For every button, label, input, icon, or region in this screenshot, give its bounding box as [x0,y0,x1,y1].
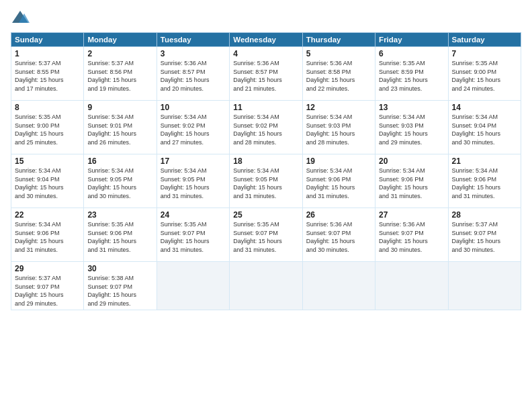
day-number: 16 [87,156,152,166]
day-info: Sunrise: 5:35 AM Sunset: 9:00 PM Dayligh… [452,59,517,93]
week-row-5: 29Sunrise: 5:37 AM Sunset: 9:07 PM Dayli… [11,262,521,310]
week-row-2: 8Sunrise: 5:35 AM Sunset: 9:00 PM Daylig… [11,101,521,154]
day-number: 28 [452,210,517,220]
logo-icon [11,8,30,27]
day-info: Sunrise: 5:36 AM Sunset: 9:07 PM Dayligh… [379,220,444,254]
calendar-cell: 11Sunrise: 5:34 AM Sunset: 9:02 PM Dayli… [230,101,302,154]
calendar-cell: 20Sunrise: 5:34 AM Sunset: 9:06 PM Dayli… [375,154,448,208]
day-info: Sunrise: 5:35 AM Sunset: 8:59 PM Dayligh… [379,59,444,93]
day-info: Sunrise: 5:38 AM Sunset: 9:07 PM Dayligh… [87,274,152,308]
day-info: Sunrise: 5:34 AM Sunset: 9:02 PM Dayligh… [233,113,298,146]
day-number: 17 [161,156,226,166]
calendar-cell: 30Sunrise: 5:38 AM Sunset: 9:07 PM Dayli… [84,262,157,310]
calendar-cell: 21Sunrise: 5:34 AM Sunset: 9:06 PM Dayli… [448,154,521,208]
calendar-cell: 19Sunrise: 5:34 AM Sunset: 9:06 PM Dayli… [302,154,375,208]
calendar-cell: 17Sunrise: 5:34 AM Sunset: 9:05 PM Dayli… [157,154,229,208]
day-info: Sunrise: 5:37 AM Sunset: 8:55 PM Dayligh… [15,59,80,93]
day-info: Sunrise: 5:37 AM Sunset: 8:56 PM Dayligh… [87,59,152,93]
day-number: 21 [452,156,517,166]
col-header-saturday: Saturday [448,33,521,47]
calendar-cell: 10Sunrise: 5:34 AM Sunset: 9:02 PM Dayli… [157,101,229,154]
day-number: 12 [306,103,371,112]
col-header-wednesday: Wednesday [230,33,302,47]
day-number: 8 [15,103,80,112]
day-number: 11 [233,103,298,112]
day-info: Sunrise: 5:37 AM Sunset: 9:07 PM Dayligh… [452,220,517,254]
day-number: 27 [379,210,444,220]
col-header-tuesday: Tuesday [157,33,229,47]
day-info: Sunrise: 5:34 AM Sunset: 9:06 PM Dayligh… [306,167,371,200]
day-info: Sunrise: 5:34 AM Sunset: 9:02 PM Dayligh… [161,113,226,146]
day-info: Sunrise: 5:35 AM Sunset: 9:00 PM Dayligh… [15,113,80,146]
day-number: 9 [87,103,152,112]
calendar-cell: 22Sunrise: 5:34 AM Sunset: 9:06 PM Dayli… [11,208,84,262]
calendar-cell: 29Sunrise: 5:37 AM Sunset: 9:07 PM Dayli… [11,262,84,310]
day-number: 19 [306,156,371,166]
day-number: 6 [379,49,444,58]
calendar-cell: 1Sunrise: 5:37 AM Sunset: 8:55 PM Daylig… [11,47,84,101]
col-header-sunday: Sunday [11,33,84,47]
day-info: Sunrise: 5:35 AM Sunset: 9:06 PM Dayligh… [87,220,152,254]
calendar-cell [157,262,229,310]
day-number: 20 [379,156,444,166]
calendar-cell [448,262,521,310]
day-info: Sunrise: 5:34 AM Sunset: 9:03 PM Dayligh… [379,113,444,146]
calendar-cell: 15Sunrise: 5:34 AM Sunset: 9:04 PM Dayli… [11,154,84,208]
day-info: Sunrise: 5:34 AM Sunset: 9:04 PM Dayligh… [15,167,80,200]
col-header-thursday: Thursday [302,33,375,47]
calendar-cell: 6Sunrise: 5:35 AM Sunset: 8:59 PM Daylig… [375,47,448,101]
day-number: 3 [161,49,226,58]
page: SundayMondayTuesdayWednesdayThursdayFrid… [0,0,532,411]
day-number: 15 [15,156,80,166]
day-number: 4 [233,49,298,58]
day-info: Sunrise: 5:34 AM Sunset: 9:01 PM Dayligh… [87,113,152,146]
day-number: 14 [452,103,517,112]
day-number: 13 [379,103,444,112]
calendar-cell [375,262,448,310]
calendar-cell: 27Sunrise: 5:36 AM Sunset: 9:07 PM Dayli… [375,208,448,262]
day-number: 1 [15,49,80,58]
calendar-cell: 26Sunrise: 5:36 AM Sunset: 9:07 PM Dayli… [302,208,375,262]
calendar-cell: 14Sunrise: 5:34 AM Sunset: 9:04 PM Dayli… [448,101,521,154]
day-number: 7 [452,49,517,58]
calendar-cell: 28Sunrise: 5:37 AM Sunset: 9:07 PM Dayli… [448,208,521,262]
day-info: Sunrise: 5:36 AM Sunset: 9:07 PM Dayligh… [306,220,371,254]
week-row-1: 1Sunrise: 5:37 AM Sunset: 8:55 PM Daylig… [11,47,521,101]
calendar-cell: 4Sunrise: 5:36 AM Sunset: 8:57 PM Daylig… [230,47,302,101]
day-info: Sunrise: 5:34 AM Sunset: 9:06 PM Dayligh… [379,167,444,200]
calendar-cell: 16Sunrise: 5:34 AM Sunset: 9:05 PM Dayli… [84,154,157,208]
day-info: Sunrise: 5:34 AM Sunset: 9:03 PM Dayligh… [306,113,371,146]
calendar-cell: 18Sunrise: 5:34 AM Sunset: 9:05 PM Dayli… [230,154,302,208]
calendar-cell: 3Sunrise: 5:36 AM Sunset: 8:57 PM Daylig… [157,47,229,101]
day-info: Sunrise: 5:34 AM Sunset: 9:05 PM Dayligh… [161,167,226,200]
day-number: 22 [15,210,80,220]
logo [11,8,32,27]
day-number: 18 [233,156,298,166]
calendar-cell: 5Sunrise: 5:36 AM Sunset: 8:58 PM Daylig… [302,47,375,101]
calendar-cell: 13Sunrise: 5:34 AM Sunset: 9:03 PM Dayli… [375,101,448,154]
day-number: 24 [161,210,226,220]
day-info: Sunrise: 5:36 AM Sunset: 8:58 PM Dayligh… [306,59,371,93]
header-row: SundayMondayTuesdayWednesdayThursdayFrid… [11,33,521,47]
header [11,8,521,27]
day-info: Sunrise: 5:34 AM Sunset: 9:05 PM Dayligh… [233,167,298,200]
week-row-3: 15Sunrise: 5:34 AM Sunset: 9:04 PM Dayli… [11,154,521,208]
day-number: 25 [233,210,298,220]
day-info: Sunrise: 5:34 AM Sunset: 9:06 PM Dayligh… [15,220,80,254]
calendar-cell: 8Sunrise: 5:35 AM Sunset: 9:00 PM Daylig… [11,101,84,154]
calendar-cell: 9Sunrise: 5:34 AM Sunset: 9:01 PM Daylig… [84,101,157,154]
day-info: Sunrise: 5:34 AM Sunset: 9:05 PM Dayligh… [87,167,152,200]
calendar-cell: 23Sunrise: 5:35 AM Sunset: 9:06 PM Dayli… [84,208,157,262]
week-row-4: 22Sunrise: 5:34 AM Sunset: 9:06 PM Dayli… [11,208,521,262]
calendar-cell: 2Sunrise: 5:37 AM Sunset: 8:56 PM Daylig… [84,47,157,101]
calendar-cell: 12Sunrise: 5:34 AM Sunset: 9:03 PM Dayli… [302,101,375,154]
calendar-table: SundayMondayTuesdayWednesdayThursdayFrid… [11,32,521,310]
day-info: Sunrise: 5:34 AM Sunset: 9:04 PM Dayligh… [452,113,517,146]
day-info: Sunrise: 5:36 AM Sunset: 8:57 PM Dayligh… [161,59,226,93]
day-info: Sunrise: 5:35 AM Sunset: 9:07 PM Dayligh… [161,220,226,254]
day-number: 10 [161,103,226,112]
day-info: Sunrise: 5:35 AM Sunset: 9:07 PM Dayligh… [233,220,298,254]
day-number: 29 [15,264,80,273]
day-number: 5 [306,49,371,58]
day-number: 2 [87,49,152,58]
